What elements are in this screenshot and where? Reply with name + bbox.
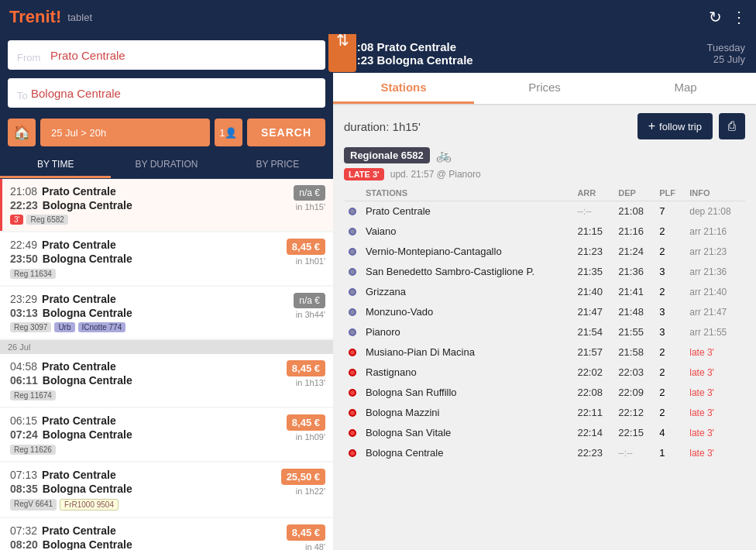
more-icon[interactable]: ⋮ [731, 8, 747, 26]
right-panel: 21:08 Prato Centrale 22:23 Bologna Centr… [333, 34, 756, 550]
station-row: Pianoro 21:54 21:55 3 arr 21:55 [344, 322, 745, 342]
right-header-routes: 21:08 Prato Centrale 22:23 Bologna Centr… [344, 40, 473, 67]
col-plf: PLF [655, 185, 685, 201]
tab-prices[interactable]: Prices [474, 73, 615, 104]
right-header-date: Tuesday 25 July [707, 42, 745, 65]
date-button[interactable]: 25 Jul > 20h [40, 119, 210, 146]
update-text: upd. 21:57 @ Pianoro [390, 169, 481, 180]
station-row: Rastignano 22:02 22:03 2 late 3' [344, 363, 745, 383]
date-separator: 26 Jul [0, 340, 333, 354]
left-panel: From To ⇅ 🏠 25 Jul > 20h 1 👤 SEARCH [0, 34, 333, 550]
dep-display: 21:08 Prato Centrale [344, 40, 473, 53]
col-stations: STATIONS [361, 185, 572, 201]
service-row: Regionale 6582 🚲 [344, 147, 745, 163]
tab-stations[interactable]: Stations [333, 73, 474, 104]
swap-button[interactable]: ⇅ [328, 34, 356, 72]
inputs-wrap: From To ⇅ [8, 40, 325, 112]
follow-label: follow trip [659, 121, 702, 132]
action-buttons: + follow trip ⎙ [637, 113, 745, 139]
app-subtitle: tablet [67, 12, 92, 23]
col-dep: DEP [613, 185, 655, 201]
station-row: Grizzana 21:40 21:41 2 arr 21:40 [344, 282, 745, 302]
station-row: Prato Centrale –:– 21:08 7 dep 21:08 [344, 201, 745, 222]
to-label: To [17, 90, 28, 101]
home-button[interactable]: 🏠 [8, 119, 36, 146]
train-item[interactable]: 23:29Prato Centrale 03:13Bologna Central… [0, 287, 333, 339]
app-title-plain: Trenit [9, 7, 56, 26]
to-input[interactable] [8, 78, 325, 108]
detail-area: duration: 1h15' + follow trip ⎙ Regional… [333, 105, 756, 550]
person-button[interactable]: 1 👤 [215, 119, 242, 146]
train-item[interactable]: 07:32Prato Centrale 08:20Bologna Central… [0, 518, 333, 550]
duration-row: duration: 1h15' + follow trip ⎙ [344, 113, 745, 139]
col-info: INFO [685, 185, 745, 201]
train-item[interactable]: 06:15Prato Centrale 07:24Bologna Central… [0, 408, 333, 461]
from-label: From [17, 52, 40, 64]
train-list: 21:08Prato Centrale 22:23Bologna Central… [0, 179, 333, 550]
app-title: Trenit! [9, 7, 61, 27]
refresh-icon[interactable]: ↻ [709, 8, 722, 26]
search-button[interactable]: SEARCH [247, 119, 325, 146]
right-header: 21:08 Prato Centrale 22:23 Bologna Centr… [333, 34, 756, 73]
station-row: Vernio-Montepiano-Cantagallo 21:23 21:24… [344, 242, 745, 262]
detail-tabs: Stations Prices Map [333, 73, 756, 105]
follow-trip-button[interactable]: + follow trip [637, 113, 713, 139]
train-item[interactable]: 21:08Prato Centrale 22:23Bologna Central… [0, 179, 333, 231]
app-header: Trenit! tablet ↻ ⋮ [0, 0, 756, 34]
bike-icon: 🚲 [436, 148, 452, 163]
station-row: Vaiano 21:15 21:16 2 arr 21:16 [344, 222, 745, 242]
options-row: 🏠 25 Jul > 20h 1 👤 SEARCH [8, 119, 325, 146]
late-row: LATE 3' upd. 21:57 @ Pianoro [344, 168, 745, 180]
station-row: Musiano-Pian Di Macina 21:57 21:58 2 lat… [344, 342, 745, 363]
to-row: To [8, 78, 325, 112]
col-arr: ARR [572, 185, 613, 201]
tab-map[interactable]: Map [615, 73, 756, 104]
date-line2: 25 July [707, 53, 745, 65]
sort-tab-time[interactable]: BY TIME [0, 153, 111, 178]
app-title-accent: ! [56, 7, 61, 26]
sort-tabs: BY TIME BY DURATION BY PRICE [0, 153, 333, 179]
station-row: Bologna Mazzini 22:11 22:12 2 late 3' [344, 403, 745, 423]
train-item[interactable]: 07:13Prato Centrale 08:35Bologna Central… [0, 462, 333, 517]
arr-display: 22:23 Bologna Centrale [344, 53, 473, 67]
train-item[interactable]: 22:49Prato Centrale 23:50Bologna Central… [0, 232, 333, 285]
station-row: Bologna San Ruffillo 22:08 22:09 2 late … [344, 383, 745, 403]
main-layout: From To ⇅ 🏠 25 Jul > 20h 1 👤 SEARCH [0, 34, 756, 550]
search-area: From To ⇅ 🏠 25 Jul > 20h 1 👤 SEARCH [0, 34, 333, 153]
station-row: Monzuno-Vado 21:47 21:48 3 arr 21:47 [344, 302, 745, 322]
person-count: 1 [219, 127, 225, 139]
train-item[interactable]: 04:58Prato Centrale 06:11Bologna Central… [0, 354, 333, 407]
service-badge: Regionale 6582 [344, 147, 430, 163]
from-input[interactable] [8, 40, 325, 70]
late-badge: LATE 3' [344, 168, 384, 180]
date-line1: Tuesday [707, 42, 745, 53]
sort-tab-price[interactable]: BY PRICE [222, 153, 333, 178]
duration-text: duration: 1h15' [344, 120, 421, 133]
station-row: San Benedetto Sambro-Castiglione P. 21:3… [344, 262, 745, 282]
from-row: From [8, 40, 325, 74]
stations-table: STATIONS ARR DEP PLF INFO Prato Centrale… [344, 185, 745, 462]
station-row: Bologna San Vitale 22:14 22:15 4 late 3' [344, 423, 745, 443]
sort-tab-duration[interactable]: BY DURATION [111, 153, 222, 178]
station-row: Bologna Centrale 22:23 –:– 1 late 3' [344, 443, 745, 463]
share-button[interactable]: ⎙ [719, 113, 745, 139]
